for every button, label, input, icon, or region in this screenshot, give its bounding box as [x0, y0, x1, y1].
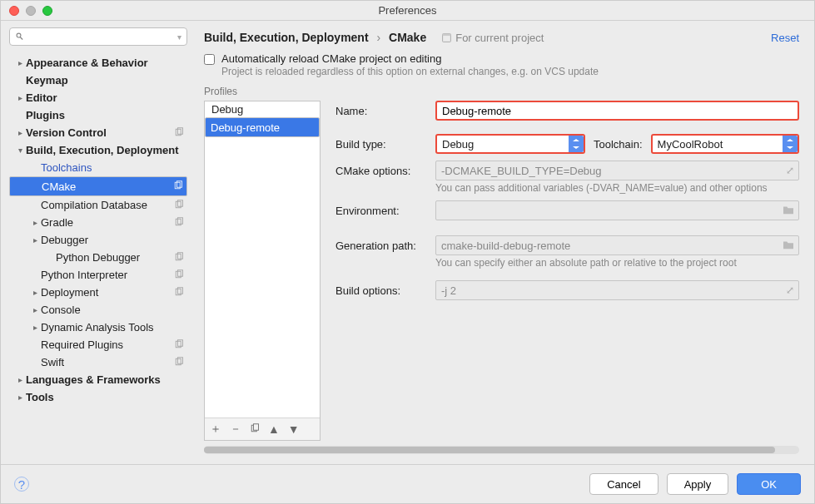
- generation-path-input[interactable]: [435, 235, 799, 255]
- copy-icon: [174, 252, 186, 264]
- sidebar-item-keymap[interactable]: Keymap: [9, 72, 187, 89]
- build-options-input[interactable]: [435, 280, 799, 300]
- search-field[interactable]: ▾: [9, 27, 187, 46]
- copy-icon: [174, 357, 186, 368]
- folder-icon[interactable]: [783, 240, 794, 252]
- sidebar-item-label: Deployment: [41, 286, 174, 299]
- sidebar-item-label: Keymap: [26, 74, 186, 86]
- close-window-button[interactable]: [9, 6, 19, 16]
- breadcrumb-root: Build, Execution, Deployment: [204, 31, 369, 44]
- sidebar-item-dynamic-analysis-tools[interactable]: ▸Dynamic Analysis Tools: [9, 319, 187, 336]
- generation-path-label: Generation path:: [335, 240, 435, 252]
- build-type-label: Build type:: [335, 138, 435, 151]
- svg-rect-21: [254, 424, 259, 431]
- toolchain-label: Toolchain:: [594, 138, 643, 151]
- copy-profile-button[interactable]: [250, 422, 260, 436]
- sidebar-item-required-plugins[interactable]: Required Plugins: [9, 336, 187, 353]
- move-down-button[interactable]: ▼: [288, 422, 300, 436]
- minimize-window-button[interactable]: [26, 6, 36, 16]
- tree-arrow-icon: ▸: [31, 323, 39, 332]
- sidebar-item-label: Version Control: [26, 126, 174, 139]
- sidebar-item-build-execution-deployment[interactable]: ▾Build, Execution, Deployment: [9, 141, 187, 159]
- sidebar-item-version-control[interactable]: ▸Version Control: [9, 124, 187, 141]
- zoom-window-button[interactable]: [42, 6, 52, 16]
- help-button[interactable]: ?: [14, 477, 29, 492]
- copy-icon: [174, 217, 186, 229]
- tree-arrow-icon: ▸: [16, 375, 24, 384]
- sidebar-item-label: CMake: [42, 180, 173, 193]
- sidebar-item-plugins[interactable]: Plugins: [9, 106, 187, 124]
- for-current-project-label: For current project: [441, 32, 544, 44]
- sidebar-item-appearance-behavior[interactable]: ▸Appearance & Behavior: [9, 54, 187, 72]
- profile-item[interactable]: Debug-remote: [205, 117, 320, 137]
- sidebar-item-cmake[interactable]: CMake: [9, 176, 187, 196]
- breadcrumb: Build, Execution, Deployment › CMake: [204, 31, 426, 44]
- chevron-right-icon: ›: [376, 31, 380, 44]
- sidebar-item-tools[interactable]: ▸Tools: [9, 388, 187, 406]
- ok-button[interactable]: OK: [737, 473, 801, 495]
- sidebar-item-languages-frameworks[interactable]: ▸Languages & Frameworks: [9, 371, 187, 388]
- window-title: Preferences: [378, 4, 436, 17]
- reset-link[interactable]: Reset: [771, 32, 799, 44]
- dropdown-icon[interactable]: ▾: [177, 32, 181, 42]
- sidebar-item-console[interactable]: ▸Console: [9, 301, 187, 319]
- sidebar-item-label: Swift: [41, 356, 174, 368]
- tree-arrow-icon: ▸: [16, 58, 24, 67]
- profile-item[interactable]: Debug: [205, 101, 320, 117]
- name-label: Name:: [335, 105, 435, 117]
- auto-reload-label: Automatically reload CMake project on ed…: [221, 52, 599, 65]
- sidebar-item-label: Tools: [26, 391, 186, 403]
- settings-tree: ▸Appearance & BehaviorKeymap▸EditorPlugi…: [9, 54, 187, 406]
- expand-icon[interactable]: ⤢: [786, 165, 794, 176]
- sidebar-item-python-debugger[interactable]: Python Debugger: [9, 249, 187, 266]
- expand-icon[interactable]: ⤢: [786, 284, 794, 296]
- environment-input[interactable]: [435, 200, 799, 220]
- remove-profile-button[interactable]: －: [230, 422, 241, 437]
- copy-icon: [174, 287, 186, 299]
- svg-rect-19: [443, 33, 451, 35]
- sidebar-item-label: Debugger: [41, 234, 186, 246]
- folder-icon[interactable]: [783, 205, 794, 217]
- sidebar-item-label: Python Debugger: [56, 251, 174, 264]
- traffic-lights: [9, 6, 52, 16]
- sidebar-item-label: Required Plugins: [41, 338, 174, 351]
- copy-icon: [174, 127, 186, 139]
- add-profile-button[interactable]: ＋: [210, 422, 221, 437]
- sidebar-item-label: Build, Execution, Deployment: [26, 144, 186, 156]
- sidebar-item-label: Python Interpreter: [41, 269, 174, 281]
- tree-arrow-icon: ▸: [16, 393, 24, 402]
- cancel-button[interactable]: Cancel: [589, 473, 658, 495]
- toolchain-select[interactable]: MyCoolRobot: [651, 134, 799, 154]
- auto-reload-hint: Project is reloaded regardless of this o…: [221, 66, 599, 77]
- sidebar-item-swift[interactable]: Swift: [9, 353, 187, 371]
- move-up-button[interactable]: ▲: [268, 422, 280, 436]
- generation-path-hint: You can specify either an absolute path …: [435, 257, 799, 269]
- apply-button[interactable]: Apply: [667, 473, 729, 495]
- sidebar-item-debugger[interactable]: ▸Debugger: [9, 231, 187, 249]
- sidebar-item-label: Console: [41, 304, 186, 316]
- sidebar-item-label: Compilation Database: [41, 199, 174, 211]
- copy-icon: [174, 339, 186, 351]
- profile-form: Name: Build type: Debug Toolchain:: [321, 101, 799, 441]
- cmake-options-input[interactable]: [435, 161, 799, 180]
- auto-reload-checkbox[interactable]: [204, 54, 215, 65]
- sidebar-item-label: Dynamic Analysis Tools: [41, 321, 186, 334]
- name-input[interactable]: [435, 101, 799, 121]
- search-input[interactable]: [28, 31, 177, 42]
- titlebar: Preferences: [1, 1, 814, 21]
- sidebar-item-gradle[interactable]: ▸Gradle: [9, 214, 187, 231]
- sidebar-item-toolchains[interactable]: Toolchains: [9, 159, 187, 176]
- footer: ? Cancel Apply OK: [1, 464, 814, 503]
- main-panel: Build, Execution, Deployment › CMake For…: [192, 21, 814, 464]
- profiles-label: Profiles: [204, 86, 799, 97]
- search-icon: [15, 32, 25, 42]
- build-type-select[interactable]: Debug: [435, 134, 585, 154]
- environment-label: Environment:: [335, 205, 435, 217]
- sidebar-item-label: Appearance & Behavior: [26, 57, 186, 69]
- sidebar-item-editor[interactable]: ▸Editor: [9, 89, 187, 106]
- sidebar-item-python-interpreter[interactable]: Python Interpreter: [9, 266, 187, 284]
- tree-arrow-icon: ▸: [16, 128, 24, 137]
- sidebar-item-compilation-database[interactable]: Compilation Database: [9, 196, 187, 214]
- sidebar-item-deployment[interactable]: ▸Deployment: [9, 284, 187, 301]
- horizontal-scrollbar[interactable]: [204, 446, 799, 454]
